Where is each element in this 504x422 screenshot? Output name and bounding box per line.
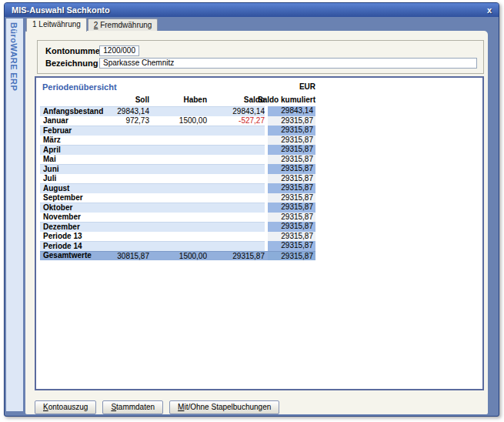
period-label: Juli (40, 174, 106, 184)
saldo-cell: 29843,14 (207, 106, 265, 116)
period-label: Periode 14 (40, 241, 106, 251)
haben-cell: 1500,00 (149, 116, 207, 126)
period-label: April (40, 145, 106, 155)
titlebar[interactable]: MIS-Auswahl Sachkonto x (5, 3, 499, 17)
main-area: 1 Leitwährung 2 Fremdwährung Kontonummer… (25, 18, 488, 410)
saldo-kumuliert-cell: 29315,87 (268, 203, 315, 213)
period-label: Dezember (40, 222, 106, 232)
haben-cell (149, 164, 207, 174)
table-row[interactable]: April29315,87 (40, 145, 315, 155)
saldo-cell: 29315,87 (207, 252, 265, 261)
saldo-cell (207, 126, 265, 136)
table-row[interactable]: Periode 1329315,87 (40, 232, 315, 242)
soll-cell (106, 145, 149, 155)
account-form: Kontonummer Bezeichnung (37, 40, 484, 74)
period-label: August (40, 183, 106, 193)
kontoauszug-button[interactable]: Kontoauszug (35, 400, 96, 414)
brand-strip: BüroWARE ERP (6, 18, 23, 411)
soll-cell: 29843,14 (106, 106, 149, 116)
brand-vertical-label: BüroWARE ERP (9, 18, 18, 91)
table-row[interactable]: August29315,87 (40, 183, 315, 193)
haben-cell (149, 106, 207, 116)
haben-cell (149, 183, 207, 193)
table-row[interactable]: Mai29315,87 (40, 155, 315, 165)
haben-cell (149, 193, 207, 203)
saldo-kumuliert-cell: 29315,87 (268, 222, 315, 232)
kontonummer-label: Kontonummer (45, 46, 99, 55)
table-row[interactable]: Januar972,731500,00-527,2729315,87 (40, 116, 315, 126)
period-label: Gesamtwerte (40, 252, 106, 261)
close-icon[interactable]: x (487, 6, 492, 15)
period-label: März (40, 136, 106, 146)
table-row[interactable]: Gesamtwerte30815,871500,0029315,8729315,… (40, 251, 315, 261)
saldo-kumuliert-cell: 29843,14 (268, 106, 315, 116)
period-table-panel: Periodenübersicht EUR Soll Haben Saldo S… (35, 76, 484, 390)
haben-cell (149, 213, 207, 223)
stammdaten-button[interactable]: Stammdaten (102, 400, 163, 414)
column-header-row: Soll Haben Saldo Saldo kumuliert (40, 93, 315, 106)
table-row[interactable]: Oktober29315,87 (40, 203, 315, 213)
saldo-cell (207, 136, 265, 146)
soll-cell: 972,73 (106, 116, 149, 126)
saldo-kumuliert-cell: 29315,87 (268, 126, 315, 136)
haben-cell (149, 232, 207, 242)
period-label: Periode 13 (40, 232, 106, 242)
period-label: Oktober (40, 203, 106, 213)
period-label: Anfangsbestand (40, 106, 106, 116)
haben-cell (149, 136, 207, 146)
soll-cell (106, 213, 149, 223)
table-row[interactable]: März29315,87 (40, 136, 315, 146)
period-label: Juni (40, 164, 106, 174)
soll-cell (106, 193, 149, 203)
kontonummer-row: Kontonummer (45, 45, 477, 56)
saldo-cell (207, 193, 265, 203)
dialog-window: MIS-Auswahl Sachkonto x BüroWARE ERP 1 L… (4, 2, 499, 417)
saldo-kumuliert-cell: 29315,87 (268, 164, 315, 174)
table-row[interactable]: Dezember29315,87 (40, 222, 315, 232)
kontonummer-input[interactable] (99, 45, 139, 56)
bezeichnung-label: Bezeichnung (45, 59, 99, 68)
saldo-kumuliert-cell: 29315,87 (268, 155, 315, 165)
soll-cell (106, 222, 149, 232)
table-row[interactable]: Periode 1429315,87 (40, 241, 315, 251)
window-body: BüroWARE ERP 1 Leitwährung 2 Fremdwährun… (5, 17, 499, 416)
column-header-soll: Soll (40, 95, 149, 104)
window-title: MIS-Auswahl Sachkonto (12, 5, 110, 15)
saldo-kumuliert-cell: 29315,87 (268, 213, 315, 223)
soll-cell (106, 241, 149, 251)
haben-cell (149, 222, 207, 232)
saldo-cell: -527,27 (207, 116, 265, 126)
stapelbuchungen-button[interactable]: Mit/Ohne Stapelbuchungen (169, 400, 279, 414)
table-row[interactable]: Juni29315,87 (40, 164, 315, 174)
tab-leitwaehrung[interactable]: 1 Leitwährung (26, 18, 87, 32)
saldo-cell (207, 145, 265, 155)
column-header-saldo: Saldo (207, 95, 265, 104)
saldo-kumuliert-cell: 29315,87 (268, 193, 315, 203)
saldo-kumuliert-cell: 29315,87 (268, 174, 315, 184)
soll-cell (106, 126, 149, 136)
soll-cell (106, 155, 149, 165)
saldo-kumuliert-cell: 29315,87 (268, 116, 315, 126)
table-row[interactable]: Anfangsbestand29843,1429843,1429843,14 (40, 106, 315, 116)
saldo-kumuliert-cell: 29315,87 (268, 145, 315, 155)
haben-cell (149, 203, 207, 213)
saldo-kumuliert-cell: 29315,87 (268, 136, 315, 146)
table-row[interactable]: November29315,87 (40, 213, 315, 223)
period-label: Februar (40, 126, 106, 136)
soll-cell (106, 203, 149, 213)
soll-cell (106, 164, 149, 174)
saldo-cell (207, 232, 265, 242)
saldo-kumuliert-cell: 29315,87 (268, 183, 315, 193)
period-label: Mai (40, 155, 106, 165)
currency-label: EUR (299, 82, 315, 93)
bezeichnung-input[interactable] (99, 58, 477, 69)
tab-fremdwaehrung[interactable]: 2 Fremdwährung (88, 18, 159, 31)
table-row[interactable]: Februar29315,87 (40, 126, 315, 136)
table-title: Periodenübersicht (42, 82, 117, 93)
haben-cell: 1500,00 (149, 252, 207, 261)
haben-cell (149, 155, 207, 165)
table-row[interactable]: Juli29315,87 (40, 174, 315, 184)
saldo-cell (207, 164, 265, 174)
table-row[interactable]: September29315,87 (40, 193, 315, 203)
saldo-cell (207, 174, 265, 184)
